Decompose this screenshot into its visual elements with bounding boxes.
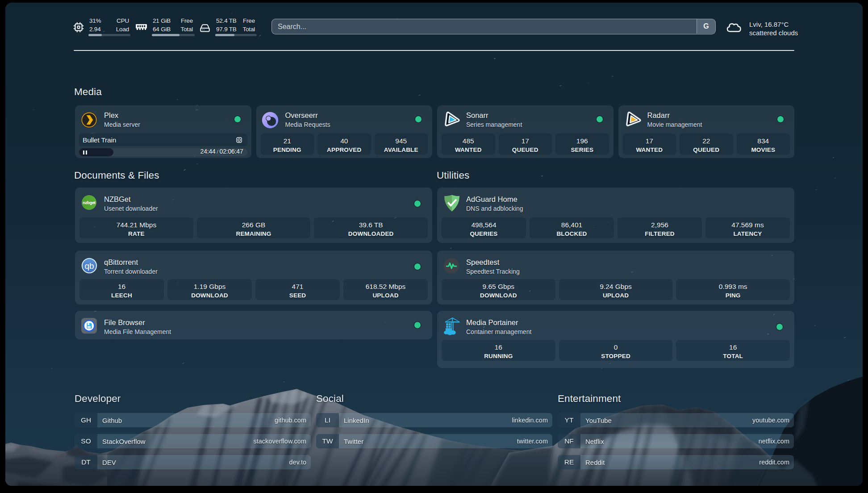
svg-text:nzbget: nzbget: [83, 200, 96, 205]
svg-text:qb: qb: [84, 261, 94, 271]
